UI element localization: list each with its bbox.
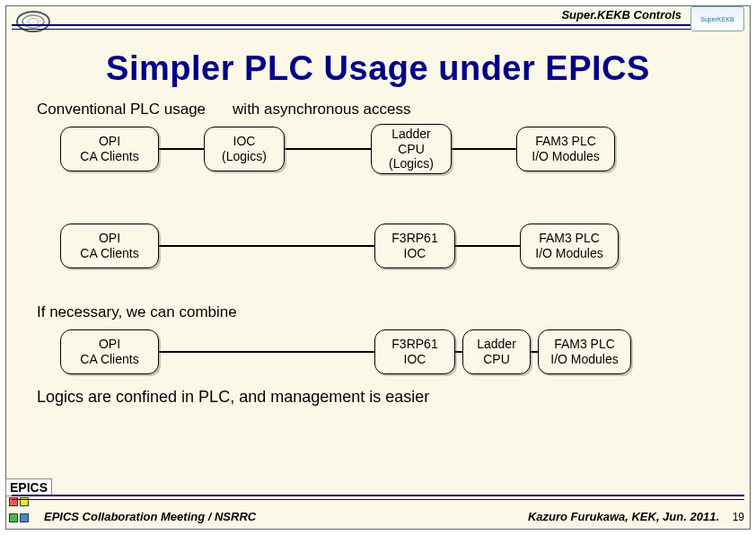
box-ladder-cpu: Ladder CPU (462, 329, 531, 374)
footer-author: Kazuro Furukawa, KEK, Jun. 2011. (528, 510, 719, 523)
connector (452, 148, 516, 150)
connector (159, 148, 204, 150)
slide: Super.KEKB Controls SuperKEKB Simpler PL… (5, 5, 751, 530)
connector (455, 245, 520, 247)
section1-heading: Conventional PLC usage (37, 101, 206, 118)
box-ioc-logics: IOC (Logics) (204, 127, 285, 171)
section2-heading: If necessary, we can combine (37, 303, 719, 321)
content-area: Conventional PLC usage with asynchronous… (6, 88, 750, 407)
header-rule-thin (12, 29, 744, 30)
box-fam3-io-2: FAM3 PLC I/O Modules (520, 224, 619, 268)
box-opi-clients-1: OPI CA Clients (60, 127, 159, 171)
footer-rule-thin (12, 499, 744, 500)
summary-text: Logics are confined in PLC, and manageme… (37, 388, 719, 407)
kek-logo-icon (13, 8, 53, 35)
connector (159, 245, 374, 247)
connector (531, 351, 538, 353)
connector (285, 148, 371, 150)
section1-sub: with asynchronous access (233, 101, 410, 118)
box-opi-clients-2: OPI CA Clients (60, 224, 159, 268)
footer: EPICS EPICS Collaboration Meeting / NSRR… (6, 495, 750, 529)
header: Super.KEKB Controls SuperKEKB (6, 6, 750, 33)
footer-page-number: 19 (733, 511, 744, 523)
connector (159, 351, 374, 353)
superkekb-logo-icon: SuperKEKB (690, 6, 744, 31)
box-fam3-io-1: FAM3 PLC I/O Modules (516, 127, 615, 171)
box-ladder-cpu-logics: Ladder CPU (Logics) (371, 124, 452, 174)
footer-rule-thick (12, 495, 744, 496)
footer-meeting: EPICS Collaboration Meeting / NSRRC (44, 510, 256, 523)
header-rule-thick (12, 24, 744, 26)
diagram-row-2: OPI CA Clients F3RP61 IOC FAM3 PLC I/O M… (37, 219, 719, 273)
diagram-row-1: OPI CA Clients IOC (Logics) Ladder CPU (… (37, 122, 719, 176)
box-f3rp61-ioc-1: F3RP61 IOC (374, 224, 455, 268)
epics-badge: EPICS (5, 478, 52, 496)
box-fam3-io-3: FAM3 PLC I/O Modules (538, 329, 631, 374)
header-lab-label: Super.KEKB Controls (561, 8, 681, 22)
box-opi-clients-3: OPI CA Clients (60, 329, 159, 374)
connector (455, 351, 462, 353)
slide-title: Simpler PLC Usage under EPICS (6, 49, 750, 88)
diagram-row-3: OPI CA Clients F3RP61 IOC Ladder CPU FAM… (37, 325, 719, 379)
box-f3rp61-ioc-2: F3RP61 IOC (374, 329, 455, 374)
